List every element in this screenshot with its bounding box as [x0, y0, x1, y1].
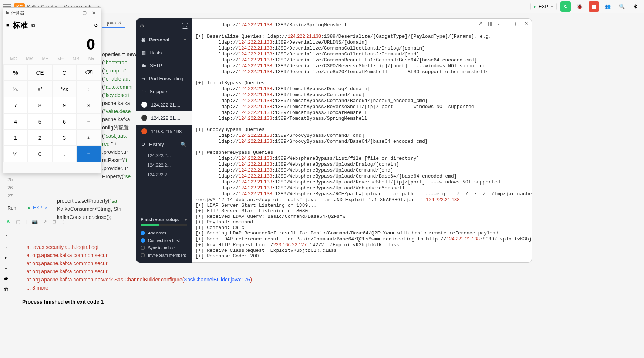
- layout-icon[interactable]: ⊞: [52, 219, 56, 224]
- calc-key[interactable]: %: [3, 64, 28, 81]
- hosts-icon: ▥: [141, 50, 146, 55]
- chevron-down-icon[interactable]: [184, 219, 187, 221]
- print-icon[interactable]: 🖶: [4, 276, 9, 281]
- menu-icon[interactable]: ≡: [6, 23, 9, 28]
- mem-button[interactable]: MC: [10, 56, 17, 61]
- calc-titlebar[interactable]: 🖩 计算器 — ▢ ✕: [3, 8, 101, 18]
- calc-key[interactable]: 3: [52, 129, 77, 146]
- calc-key[interactable]: 0: [28, 146, 52, 162]
- sidebar-sftp[interactable]: 🖿SFTP: [136, 59, 192, 72]
- calc-key[interactable]: 9: [52, 97, 77, 113]
- setup-step-2[interactable]: Connect to a host: [141, 237, 187, 244]
- history-icon[interactable]: ↺: [94, 23, 98, 28]
- calc-key[interactable]: =: [77, 146, 101, 162]
- setup-step-3[interactable]: Sync to mobile: [141, 244, 187, 251]
- calc-key[interactable]: 5: [28, 113, 52, 129]
- settings-icon[interactable]: ⚙: [631, 1, 641, 12]
- host-item-3[interactable]: 119.3.215.198: [136, 125, 192, 138]
- rerun-icon[interactable]: ↻: [7, 219, 11, 224]
- close-button[interactable]: ✕: [89, 10, 99, 16]
- mem-button[interactable]: M−: [57, 56, 64, 61]
- more-icon[interactable]: ⋮: [61, 219, 66, 224]
- split-icon[interactable]: ▥: [487, 20, 492, 26]
- maximize-icon[interactable]: ▢: [515, 20, 520, 26]
- chevron-down-icon[interactable]: ⌄: [496, 20, 501, 26]
- trash-icon[interactable]: 🗑: [4, 287, 9, 292]
- mem-button[interactable]: M+: [42, 56, 48, 61]
- run-config-icon: ▸: [534, 4, 536, 9]
- calc-key[interactable]: C: [52, 64, 77, 81]
- calc-key[interactable]: 1: [3, 129, 28, 146]
- run-config-selector[interactable]: ▸ EXP: [530, 3, 557, 10]
- calc-key[interactable]: ⌫: [77, 64, 101, 81]
- tab-label: EXP: [33, 205, 43, 210]
- history-item[interactable]: 124.222.2...: [136, 161, 192, 170]
- snippet-icon[interactable]: ≡: [5, 265, 8, 271]
- mem-button[interactable]: M▾: [88, 56, 94, 61]
- panel-icon[interactable]: ▭: [182, 23, 188, 29]
- calc-key[interactable]: CE: [28, 64, 52, 81]
- tab-run[interactable]: Run: [4, 203, 20, 213]
- sidebar-hosts[interactable]: ▥Hosts: [136, 46, 192, 59]
- setup-step-4[interactable]: Invite team members: [141, 251, 187, 259]
- calc-key[interactable]: 2: [28, 129, 52, 146]
- settings-icon[interactable]: ⚙: [140, 23, 144, 29]
- run-side-toolbar: ↑ ↓ ↲ ≡ 🖶 🗑: [4, 233, 9, 292]
- up-icon[interactable]: ↑: [5, 233, 7, 239]
- calc-key[interactable]: x²: [28, 81, 52, 97]
- calc-key[interactable]: .: [52, 146, 77, 162]
- check-icon: [141, 231, 145, 235]
- calc-key[interactable]: ×: [77, 97, 101, 113]
- search-icon[interactable]: 🔍: [181, 142, 186, 147]
- share-icon[interactable]: ↗: [478, 20, 483, 26]
- maximize-button[interactable]: ▢: [80, 10, 89, 16]
- stop-button[interactable]: [589, 1, 599, 12]
- run-toolbar: ↻ ▢ | 📷 ↗ ⊞ ⋮: [4, 219, 66, 224]
- sidebar-personal[interactable]: ◉ Personal: [136, 33, 192, 46]
- editor-tab[interactable]: .java ×: [102, 18, 125, 28]
- calc-key[interactable]: 8: [28, 97, 52, 113]
- mem-button[interactable]: MR: [26, 56, 33, 61]
- calc-key[interactable]: 4: [3, 113, 28, 129]
- calc-key[interactable]: ²√x: [52, 81, 77, 97]
- run-config-icon: ▸: [28, 205, 31, 210]
- calc-key[interactable]: ÷: [77, 81, 101, 97]
- host-item-1[interactable]: 124.222.21....: [136, 98, 192, 111]
- sidebar-history[interactable]: ↺ History 🔍: [136, 138, 192, 151]
- tab-exp[interactable]: ▸ EXP ×: [24, 203, 51, 213]
- sidebar-snippets[interactable]: { }Snippets: [136, 85, 192, 98]
- wrap-icon[interactable]: ↲: [4, 254, 8, 260]
- minimize-icon[interactable]: —: [505, 20, 510, 26]
- pop-out-icon[interactable]: ⧉: [31, 23, 35, 28]
- history-item[interactable]: 124.222.2...: [136, 151, 192, 161]
- debug-button[interactable]: 🐞: [574, 1, 585, 12]
- close-icon[interactable]: ✕: [524, 20, 529, 26]
- minimize-button[interactable]: —: [70, 10, 80, 16]
- calc-key[interactable]: ¹⁄ₓ: [3, 81, 28, 97]
- setup-step-1[interactable]: Add hosts: [141, 229, 187, 237]
- close-icon[interactable]: ×: [118, 20, 121, 26]
- collab-icon[interactable]: 👥: [603, 1, 613, 12]
- calc-key[interactable]: −: [77, 113, 101, 129]
- history-icon: ↺: [141, 142, 145, 147]
- stop-icon[interactable]: ▢: [16, 219, 20, 224]
- calc-display: 0: [3, 33, 101, 55]
- host-item-2[interactable]: 124.222.21....: [136, 111, 192, 125]
- screenshot-icon[interactable]: 📷: [32, 219, 38, 224]
- calc-title: 计算器: [11, 10, 24, 16]
- mem-button[interactable]: MS: [73, 56, 79, 61]
- export-icon[interactable]: ↗: [43, 219, 47, 224]
- down-icon[interactable]: ↓: [5, 244, 7, 249]
- stack-link[interactable]: SaslChannelBuilder.java:176: [184, 277, 250, 283]
- close-icon[interactable]: ×: [45, 205, 48, 210]
- calc-key[interactable]: ⁺⁄₋: [3, 146, 28, 162]
- search-icon[interactable]: 🔍: [617, 1, 627, 12]
- calc-key[interactable]: 7: [3, 97, 28, 113]
- terminal-output[interactable]: ldap://124.222.21.138:1389/Basic/SpringM…: [192, 19, 532, 262]
- calc-key[interactable]: 6: [52, 113, 77, 129]
- sidebar-portfwd[interactable]: ↪Port Forwarding: [136, 72, 192, 85]
- run-button[interactable]: ↻: [560, 1, 571, 12]
- calculator-window: 🖩 计算器 — ▢ ✕ ≡ 标准 ⧉ ↺ 0 MCMRM+M−MSM▾ %CEC…: [3, 7, 101, 173]
- history-item[interactable]: 124.222.2...: [136, 170, 192, 180]
- calc-key[interactable]: +: [77, 129, 101, 146]
